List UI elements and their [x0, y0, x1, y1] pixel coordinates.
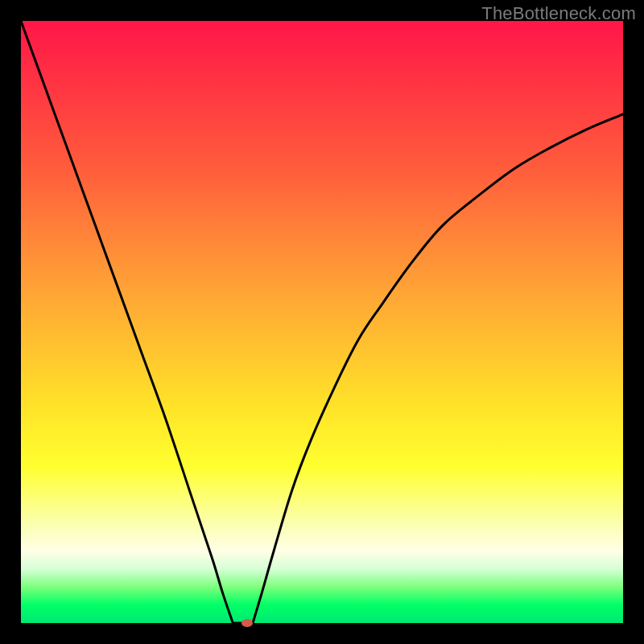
bottleneck-curve: [21, 21, 623, 623]
bottleneck-marker: [242, 619, 253, 627]
curve-svg: [21, 21, 623, 623]
chart-area: [21, 21, 623, 623]
